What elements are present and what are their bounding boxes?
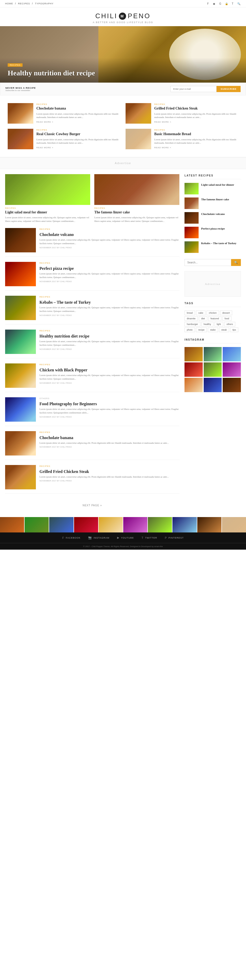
nav-link-home[interactable]: Home [5,2,13,5]
facebook-icon[interactable]: f [206,2,210,6]
instagram-img-4[interactable] [204,363,222,377]
list-title-1: Perfect pizza recipe [40,266,179,271]
instagram-icon[interactable]: ◉ [212,2,216,6]
sidebar-advertise: Advertise [184,271,241,297]
tag-food[interactable]: food [222,316,232,321]
instagram-img-2[interactable] [223,347,241,361]
tag-others[interactable]: others [224,322,235,326]
featured-image-3 [125,129,151,149]
list-item-3: RECIPES Healthy nutrition diet recipe Lo… [5,329,179,358]
sidebar-recipe-1: The famous linzer cake [184,197,241,209]
featured-image-2 [8,129,33,149]
list-label-7: RECIPES [40,465,179,467]
list-label-2: RECIPES [40,296,179,298]
footer-img-5 [123,517,148,533]
footer-twitter[interactable]: t TWITTER [142,536,157,539]
list-title-7: Grilled Fried Chicken Steak [40,469,179,474]
nav-link-recipes[interactable]: Recipes [18,2,30,5]
footer-youtube[interactable]: ▶ YOUTUBE [117,536,134,539]
footer-instagram[interactable]: 📷 INSTAGRAM [88,536,110,539]
list-text-0: Lorem ipsum dolor sit amet, consectetur … [40,238,179,245]
tag-tips[interactable]: tips [230,328,238,332]
sidebar-recipe-title-3[interactable]: Perfect pizza recipe [201,227,225,230]
featured-text-0: Lorem ipsum dolor sit amet, consectetur … [37,112,121,119]
instagram-img-7[interactable] [204,378,222,392]
list-text-6: Lorem ipsum dolor sit amet, consectetur … [40,441,179,445]
featured-read-more-3[interactable]: READ MORE » [154,146,238,149]
hero-overlay: Recipes Healthy nutrition diet recipe [0,58,246,83]
featured-image-0 [8,103,33,124]
footer-pinterest-label: PINTEREST [168,536,184,539]
newsletter-subscribe-button[interactable]: SUBSCRIBE [216,86,241,92]
tag-diet[interactable]: diet [199,316,207,321]
instagram-img-1[interactable] [204,347,222,361]
list-meta-3: NOVEMBER 2017 BY CHILI PENO [40,348,179,350]
tag-dinamite[interactable]: dinamite [184,316,198,321]
sidebar-recipe-title-4[interactable]: Kebabs – The taste of Turkey [201,241,236,245]
pagination[interactable]: NEXT PAGE » [5,499,179,512]
featured-read-more-1[interactable]: READ MORE » [154,121,238,123]
list-item-0: RECIPES Chocholate volcano Lorem ipsum d… [5,228,179,257]
sidebar-search-button[interactable]: 🔍 [231,259,241,266]
tag-healthy[interactable]: healthy [202,322,213,326]
footer-facebook-label: FACEBOOK [66,536,81,539]
sidebar-recipe-title-2[interactable]: Chocholate volcano [201,212,225,216]
sidebar-recipe-img-1 [184,197,198,209]
list-text-2: Lorem ipsum dolor sit amet, consectetur … [40,306,179,313]
instagram-img-0[interactable] [184,347,203,361]
sidebar-recipe-title-1[interactable]: The famous linzer cake [201,197,229,201]
list-item-1: RECIPES Perfect pizza recipe Lorem ipsum… [5,262,179,291]
footer-images [0,517,246,533]
instagram-img-6[interactable] [184,378,203,392]
sidebar-search-input[interactable] [184,259,231,266]
footer-facebook[interactable]: f FACEBOOK [62,536,81,539]
tag-chicken[interactable]: chicken [206,310,219,315]
sidebar-instagram: INSTAGRAM [184,338,241,392]
grid-title-0: Light salad meal for dinner [5,210,90,215]
tag-stake[interactable]: stake [208,328,218,332]
google-icon[interactable]: G [218,2,222,6]
list-text-5: Lorem ipsum dolor sit amet, consectetur … [40,407,179,415]
nav-link-typography[interactable]: Typography [35,2,54,5]
footer-img-2 [49,517,73,533]
instagram-img-3[interactable] [184,363,203,377]
footer-img-4 [98,517,123,533]
tag-dessert[interactable]: dessert [220,310,232,315]
list-title-2: Kebabs – The taste of Turkey [40,300,179,305]
grid-label-1: RECIPES [94,207,179,209]
instagram-img-5[interactable] [223,363,241,377]
featured-read-more-0[interactable]: READ MORE » [37,121,121,123]
tag-steak[interactable]: steak [219,328,229,332]
tag-recipe[interactable]: recipe [196,328,207,332]
list-item-2: RECIPES Kebabs – The taste of Turkey Lor… [5,296,179,325]
tag-featured[interactable]: featured [208,316,221,321]
footer-pinterest[interactable]: p PINTEREST [165,536,184,539]
featured-item-3: RECIPES Basic Homemade Bread Lorem ipsum… [123,126,241,152]
grid-label-0: RECIPES [5,207,90,209]
search-icon[interactable]: 🔍 [237,2,241,6]
newsletter-input[interactable] [170,86,216,92]
list-item-5: OTHERS Food Photography for Beginners Lo… [5,397,179,426]
featured-image-1 [125,103,151,124]
two-col-grid: RECIPES Light salad meal for dinner Lore… [5,174,179,223]
instagram-img-8[interactable] [223,378,241,392]
featured-label-3: RECIPES [154,129,238,131]
tag-photo[interactable]: photo [184,328,195,332]
tag-hamburger[interactable]: hamburger [184,322,200,326]
tag-bread[interactable]: bread [184,310,195,315]
featured-title-2: Real Classic Cowboy Burger [37,132,121,137]
sidebar-latest-recipes: LATEST RECIPES Light salad meal for dinn… [184,174,241,253]
sidebar-recipe-title-0[interactable]: Light salad meal for dinner [201,183,234,186]
featured-read-more-2[interactable]: READ MORE » [37,146,121,149]
tag-light[interactable]: light [214,322,224,326]
featured-label-0: RECIPES [37,103,121,105]
nav-links: Home / Recipes / Typography [5,2,54,5]
footer-img-9 [222,517,246,533]
featured-text-2: Lorem ipsum dolor sit amet, consectetur … [37,138,121,145]
tag-cake[interactable]: cake [196,310,206,315]
grid-text-1: Lorem ipsum dolor sit amet, consectetur … [94,216,179,223]
featured-text-3: Lorem ipsum dolor sit amet, consectetur … [154,138,238,145]
twitter-icon[interactable]: t [231,2,235,6]
lock-icon[interactable]: 🔒 [224,2,229,6]
social-icons: f ◉ G 🔒 t 🔍 [206,2,241,6]
